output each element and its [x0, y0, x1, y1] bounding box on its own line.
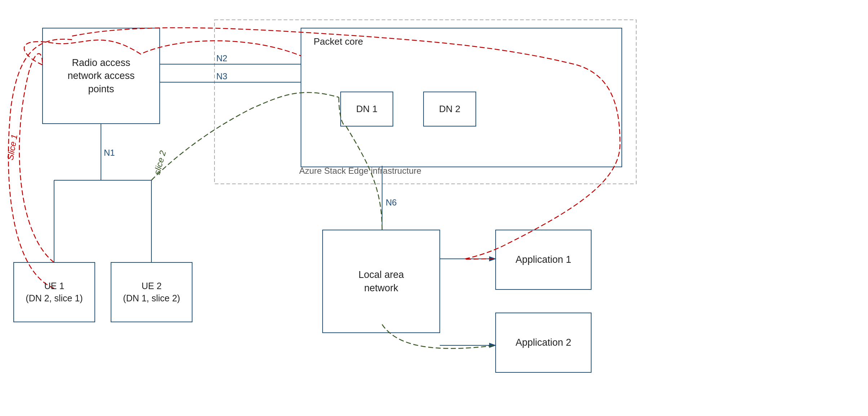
dn2-label: DN 2 — [424, 92, 476, 126]
dn1-label: DN 1 — [341, 92, 393, 126]
app1-label: Application 1 — [496, 230, 591, 289]
n3-label: N3 — [216, 71, 227, 81]
app2-label: Application 2 — [496, 313, 591, 372]
ue1-label: UE 1(DN 2, slice 1) — [14, 262, 95, 322]
n1-label: N1 — [104, 148, 115, 158]
n6-label: N6 — [386, 198, 397, 208]
n2-label: N2 — [216, 53, 227, 63]
azure-infra-label: Azure Stack Edge infrastructure — [299, 166, 421, 176]
ran-label: Radio accessnetwork accesspoints — [43, 28, 160, 124]
ue2-label: UE 2(DN 1, slice 2) — [111, 262, 192, 322]
packet-core-label: Packet core — [314, 36, 363, 47]
lan-label: Local areanetwork — [323, 230, 440, 333]
